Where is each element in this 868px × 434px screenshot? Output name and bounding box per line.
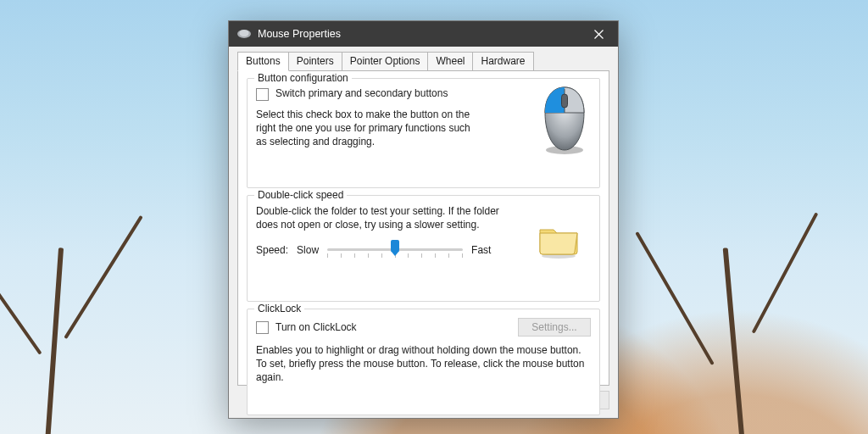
checkbox-switch-buttons-label: Switch primary and secondary buttons xyxy=(275,87,448,99)
group-clicklock: ClickLock Turn on ClickLock Settings... … xyxy=(247,309,600,415)
mouse-properties-dialog: Mouse Properties Buttons Pointers Pointe… xyxy=(228,20,619,419)
slider-thumb[interactable] xyxy=(390,240,400,257)
window-title: Mouse Properties xyxy=(258,28,579,40)
clicklock-description: Enables you to highlight or drag without… xyxy=(256,343,591,385)
group-button-configuration: Button configuration Switch primary and … xyxy=(247,78,600,188)
close-icon xyxy=(594,30,604,39)
group-legend: ClickLock xyxy=(254,303,304,314)
tab-wheel[interactable]: Wheel xyxy=(427,52,473,70)
checkbox-switch-buttons[interactable] xyxy=(256,88,269,101)
tab-buttons[interactable]: Buttons xyxy=(237,52,289,71)
tab-hardware[interactable]: Hardware xyxy=(472,52,533,70)
speed-label: Speed: xyxy=(256,244,288,256)
tab-pointers[interactable]: Pointers xyxy=(288,52,342,70)
close-button[interactable] xyxy=(579,21,618,47)
folder-test-icon[interactable] xyxy=(537,221,581,259)
svg-rect-4 xyxy=(562,94,568,108)
group-legend: Button configuration xyxy=(254,72,352,84)
slow-label: Slow xyxy=(297,244,319,256)
tab-pointer-options[interactable]: Pointer Options xyxy=(342,52,429,70)
group-double-click-speed: Double-click speed Double-click the fold… xyxy=(247,195,600,302)
tab-strip: Buttons Pointers Pointer Options Wheel H… xyxy=(237,52,609,70)
clicklock-settings-button: Settings... xyxy=(518,318,591,337)
mouse-icon xyxy=(237,30,251,38)
tab-page-buttons: Button configuration Switch primary and … xyxy=(237,70,609,386)
fast-label: Fast xyxy=(471,244,491,256)
titlebar[interactable]: Mouse Properties xyxy=(229,21,618,47)
double-click-description: Double-click the folder to test your set… xyxy=(256,204,510,231)
checkbox-clicklock-label: Turn on ClickLock xyxy=(275,321,357,333)
double-click-speed-slider[interactable] xyxy=(327,240,463,260)
dialog-client-area: Buttons Pointers Pointer Options Wheel H… xyxy=(229,47,618,418)
group-legend: Double-click speed xyxy=(254,189,347,201)
desktop-background: Mouse Properties Buttons Pointers Pointe… xyxy=(0,0,868,434)
checkbox-clicklock[interactable] xyxy=(256,321,269,334)
mouse-illustration xyxy=(538,86,591,155)
button-config-description: Select this check box to make the button… xyxy=(256,108,476,149)
